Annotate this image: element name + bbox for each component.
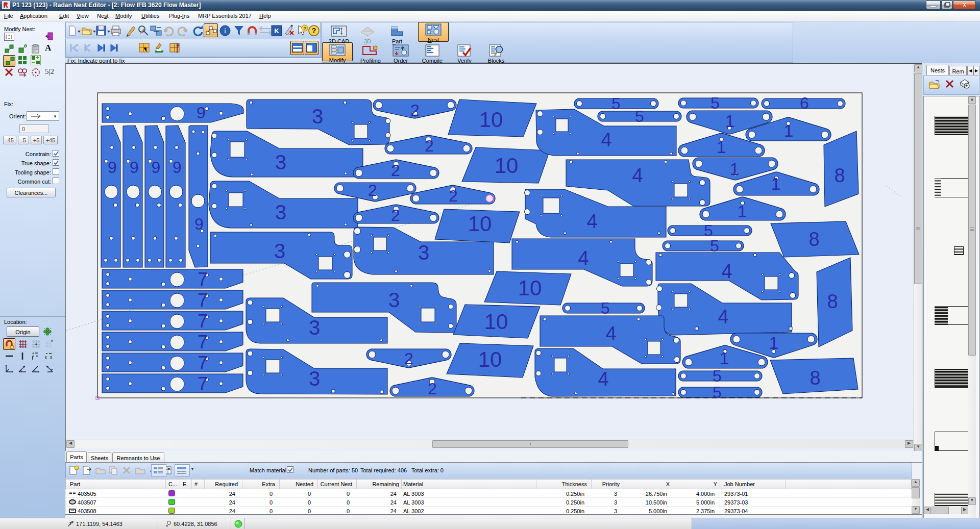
svg-text:1: 1 <box>769 333 779 352</box>
svg-text:10: 10 <box>518 276 542 300</box>
svg-text:2: 2 <box>391 161 400 180</box>
svg-text:5: 5 <box>611 94 621 113</box>
svg-text:3: 3 <box>309 367 320 390</box>
svg-text:9: 9 <box>108 158 117 177</box>
svg-text:3: 3 <box>418 241 429 264</box>
svg-text:2: 2 <box>391 206 400 224</box>
svg-text:?: ? <box>312 27 316 35</box>
svg-text:5: 5 <box>710 237 719 255</box>
svg-text:1: 1 <box>738 201 747 221</box>
svg-text:8: 8 <box>808 229 819 250</box>
svg-text:7: 7 <box>198 373 208 394</box>
svg-text:4: 4 <box>632 165 643 186</box>
svg-text:3: 3 <box>388 289 400 311</box>
svg-text:10: 10 <box>484 310 508 334</box>
svg-text:9: 9 <box>194 215 204 233</box>
svg-text:4: 4 <box>605 323 616 344</box>
svg-text:5: 5 <box>713 383 722 401</box>
svg-text:8: 8 <box>834 165 845 186</box>
svg-text:3: 3 <box>275 151 286 173</box>
svg-text:1: 1 <box>730 159 740 179</box>
svg-text:?: ? <box>303 26 306 31</box>
svg-text:2: 2 <box>428 380 437 398</box>
svg-text:7: 7 <box>198 269 208 290</box>
svg-text:3: 3 <box>309 316 320 339</box>
svg-text:9: 9 <box>173 158 182 177</box>
svg-text:2: 2 <box>410 101 420 119</box>
svg-text:9: 9 <box>197 104 206 122</box>
svg-text:2: 2 <box>425 137 434 155</box>
svg-text:3: 3 <box>312 105 323 128</box>
svg-text:4: 4 <box>578 247 589 269</box>
svg-text:8: 8 <box>827 291 838 312</box>
svg-text:5: 5 <box>601 299 610 317</box>
svg-text:2: 2 <box>368 181 377 199</box>
svg-text:9: 9 <box>152 158 161 177</box>
svg-text:4: 4 <box>586 211 597 232</box>
svg-text:1: 1 <box>717 137 726 157</box>
svg-text:4: 4 <box>601 129 611 150</box>
svg-text:9: 9 <box>130 158 139 177</box>
svg-text:10: 10 <box>468 212 492 236</box>
svg-text:4: 4 <box>718 306 728 328</box>
svg-text:1: 1 <box>720 348 729 368</box>
svg-text:7: 7 <box>198 290 208 311</box>
svg-text:2: 2 <box>449 187 458 205</box>
svg-text:5: 5 <box>710 94 720 112</box>
svg-text:4: 4 <box>598 368 608 390</box>
svg-text:8: 8 <box>810 367 820 389</box>
svg-text:7: 7 <box>198 311 208 332</box>
svg-text:4: 4 <box>721 261 732 282</box>
svg-text:1: 1 <box>784 121 794 140</box>
svg-text:K: K <box>274 27 279 35</box>
svg-text:3: 3 <box>275 201 286 223</box>
svg-text:1: 1 <box>771 174 781 193</box>
svg-text:10: 10 <box>478 347 502 371</box>
svg-text:7: 7 <box>198 332 208 352</box>
svg-text:10: 10 <box>495 154 519 178</box>
svg-text:5: 5 <box>713 367 722 385</box>
svg-text:6: 6 <box>800 94 809 112</box>
svg-text:10: 10 <box>479 108 503 132</box>
svg-text:2: 2 <box>404 349 413 368</box>
svg-text:3: 3 <box>274 240 285 262</box>
svg-text:7: 7 <box>198 352 208 373</box>
svg-text:5: 5 <box>635 107 644 125</box>
svg-text:1: 1 <box>725 111 735 131</box>
svg-text:i: i <box>224 27 226 35</box>
